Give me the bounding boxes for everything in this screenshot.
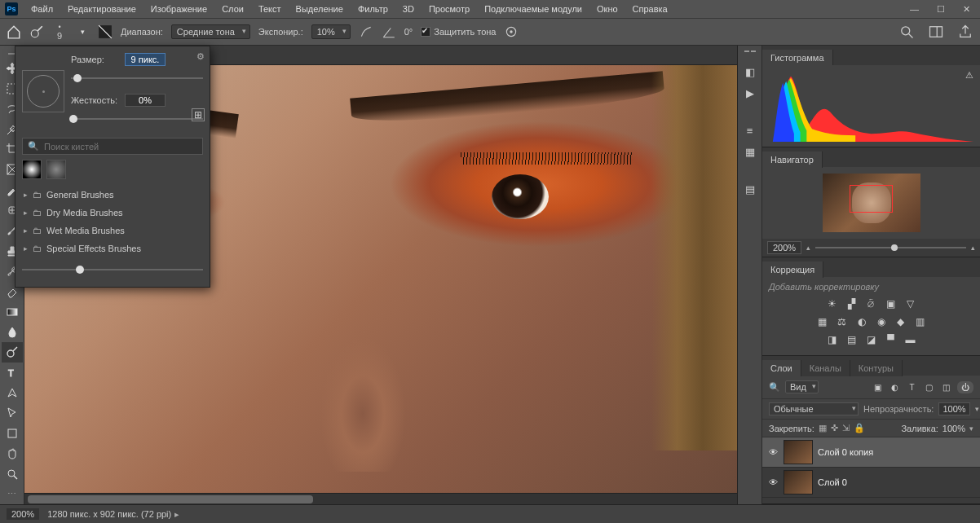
layer-thumbnail[interactable] bbox=[784, 440, 813, 464]
menu-window[interactable]: Окно bbox=[590, 2, 625, 16]
menu-select[interactable]: Выделение bbox=[289, 2, 350, 16]
filter-adjust-icon[interactable]: ◐ bbox=[889, 381, 901, 393]
paths-tab[interactable]: Контуры bbox=[850, 360, 903, 376]
brush-size-input[interactable]: 9 пикс. bbox=[125, 53, 166, 66]
navigator-zoom-slider[interactable] bbox=[815, 244, 966, 252]
brush-panel-toggle-icon[interactable] bbox=[98, 24, 113, 39]
exposure-dropdown[interactable]: 10% bbox=[311, 24, 351, 39]
brush-hardness-slider[interactable] bbox=[71, 113, 203, 125]
range-dropdown[interactable]: Средние тона bbox=[171, 24, 250, 39]
lock-all-icon[interactable]: 🔒 bbox=[854, 423, 865, 433]
adj-photofilter-icon[interactable]: ◉ bbox=[874, 314, 889, 329]
status-zoom[interactable]: 200% bbox=[7, 508, 39, 520]
brush-folder[interactable]: ▸🗀General Brushes bbox=[22, 186, 203, 204]
filter-toggle-icon[interactable]: ⏻ bbox=[957, 381, 973, 393]
adj-hue-icon[interactable]: ▦ bbox=[815, 314, 830, 329]
angle-value[interactable]: 0° bbox=[404, 27, 413, 37]
menu-image[interactable]: Изображение bbox=[144, 2, 214, 16]
pressure-icon[interactable] bbox=[504, 24, 519, 39]
share-icon[interactable] bbox=[957, 24, 973, 40]
layer-thumbnail[interactable] bbox=[784, 470, 813, 494]
blend-mode-dropdown[interactable]: Обычные bbox=[769, 402, 859, 415]
navigator-thumbnail[interactable] bbox=[823, 174, 920, 232]
tool-type[interactable]: T bbox=[2, 363, 23, 383]
tool-blur[interactable] bbox=[2, 322, 23, 342]
adj-invert-icon[interactable]: ◨ bbox=[825, 332, 840, 347]
workspace-icon[interactable] bbox=[928, 24, 944, 40]
brush-folder[interactable]: ▸🗀Dry Media Brushes bbox=[22, 204, 203, 222]
layer-item[interactable]: 👁 Слой 0 bbox=[762, 468, 980, 498]
zoom-in-icon[interactable]: ▴ bbox=[971, 244, 975, 252]
tool-gradient[interactable] bbox=[2, 301, 23, 322]
protect-tones-checkbox[interactable] bbox=[421, 27, 430, 37]
menu-help[interactable]: Справка bbox=[626, 2, 674, 16]
new-brush-preset-icon[interactable]: ⊞ bbox=[192, 108, 205, 121]
menu-layers[interactable]: Слои bbox=[215, 2, 250, 16]
adj-curves-icon[interactable]: ⦴ bbox=[864, 297, 879, 311]
filter-pixel-icon[interactable]: ▣ bbox=[872, 381, 884, 393]
brush-preview-size-slider[interactable] bbox=[22, 264, 203, 275]
histogram-tab[interactable]: Гистограмма bbox=[762, 50, 833, 66]
adjustments-tab[interactable]: Коррекция bbox=[762, 262, 823, 278]
brush-size-slider[interactable] bbox=[71, 73, 203, 84]
channels-tab[interactable]: Каналы bbox=[801, 360, 850, 376]
adj-threshold-icon[interactable]: ◪ bbox=[864, 332, 879, 347]
tool-shape[interactable] bbox=[2, 424, 23, 444]
adj-selective-icon[interactable]: ▬ bbox=[903, 332, 918, 347]
navigator-tab[interactable]: Навигатор bbox=[762, 152, 823, 168]
menu-filter[interactable]: Фильтр bbox=[351, 2, 395, 16]
brush-preset-hard[interactable] bbox=[22, 160, 42, 179]
tool-path-select[interactable] bbox=[2, 403, 23, 424]
color-panel-icon[interactable]: ◧ bbox=[742, 64, 758, 80]
filter-type-icon[interactable]: T bbox=[906, 381, 918, 393]
layer-name[interactable]: Слой 0 копия bbox=[818, 447, 873, 457]
window-minimize-icon[interactable]: — bbox=[905, 4, 924, 15]
opacity-value[interactable]: 100% bbox=[938, 402, 969, 415]
fill-value[interactable]: 100% bbox=[942, 424, 965, 433]
canvas-scrollbar-horizontal[interactable] bbox=[24, 493, 737, 504]
airbrush-icon[interactable] bbox=[359, 24, 373, 39]
tool-pen[interactable] bbox=[2, 383, 23, 403]
status-doc-info[interactable]: 1280 пикс. x 902 пикс. (72 ppi)▸ bbox=[47, 509, 179, 520]
brush-folder[interactable]: ▸🗀Special Effects Brushes bbox=[22, 240, 203, 257]
navigator-zoom-value[interactable]: 200% bbox=[767, 241, 801, 254]
tool-dodge[interactable] bbox=[2, 342, 23, 363]
lock-artboard-icon[interactable]: ⇲ bbox=[842, 423, 850, 433]
brush-preset-soft[interactable] bbox=[46, 160, 66, 179]
adj-brightness-icon[interactable]: ☀ bbox=[825, 297, 840, 311]
adj-posterize-icon[interactable]: ▤ bbox=[845, 332, 859, 347]
brush-folder[interactable]: ▸🗀Wet Media Brushes bbox=[22, 222, 203, 240]
properties-panel-icon[interactable]: ▤ bbox=[742, 181, 758, 197]
histogram-warning-icon[interactable]: ⚠ bbox=[965, 70, 973, 81]
adj-vibrance-icon[interactable]: ▽ bbox=[903, 297, 918, 311]
brush-search[interactable]: 🔍 bbox=[22, 138, 203, 155]
menu-edit[interactable]: Редактирование bbox=[61, 2, 143, 16]
lock-position-icon[interactable]: ✜ bbox=[831, 423, 838, 433]
brush-hardness-input[interactable]: 0% bbox=[125, 94, 166, 107]
search-icon[interactable] bbox=[898, 24, 915, 40]
brush-preset-dropdown-icon[interactable]: ▾ bbox=[75, 24, 90, 39]
tool-zoom[interactable] bbox=[2, 464, 23, 484]
tool-hand[interactable] bbox=[2, 443, 23, 464]
layer-visibility-icon[interactable]: 👁 bbox=[767, 447, 779, 457]
brush-angle-widget[interactable] bbox=[22, 70, 64, 112]
dodge-tool-icon[interactable] bbox=[29, 24, 44, 39]
home-icon[interactable] bbox=[7, 24, 21, 39]
layer-filter-search-icon[interactable]: 🔍 bbox=[769, 382, 780, 393]
menu-text[interactable]: Текст bbox=[252, 2, 288, 16]
menu-plugins[interactable]: Подключаемые модули bbox=[478, 2, 589, 16]
adjustments-panel-icon[interactable]: ≡ bbox=[742, 122, 758, 138]
adj-bw-icon[interactable]: ◐ bbox=[854, 314, 869, 329]
window-close-icon[interactable]: ✕ bbox=[958, 4, 975, 15]
adj-channelmixer-icon[interactable]: ◆ bbox=[894, 314, 908, 329]
play-icon[interactable]: ▶ bbox=[742, 85, 758, 101]
brush-size-preview[interactable]: •9 bbox=[52, 24, 67, 39]
styles-panel-icon[interactable]: ▦ bbox=[742, 143, 758, 160]
adj-levels-icon[interactable]: ▞ bbox=[845, 297, 859, 311]
brush-search-input[interactable] bbox=[44, 142, 197, 152]
adj-colorlookup-icon[interactable]: ▥ bbox=[913, 314, 928, 329]
adj-colorbalance-icon[interactable]: ⚖ bbox=[835, 314, 850, 329]
more-tools-icon[interactable]: ⋯ bbox=[2, 484, 23, 504]
layer-visibility-icon[interactable]: 👁 bbox=[767, 477, 779, 487]
filter-smart-icon[interactable]: ◫ bbox=[940, 381, 952, 393]
